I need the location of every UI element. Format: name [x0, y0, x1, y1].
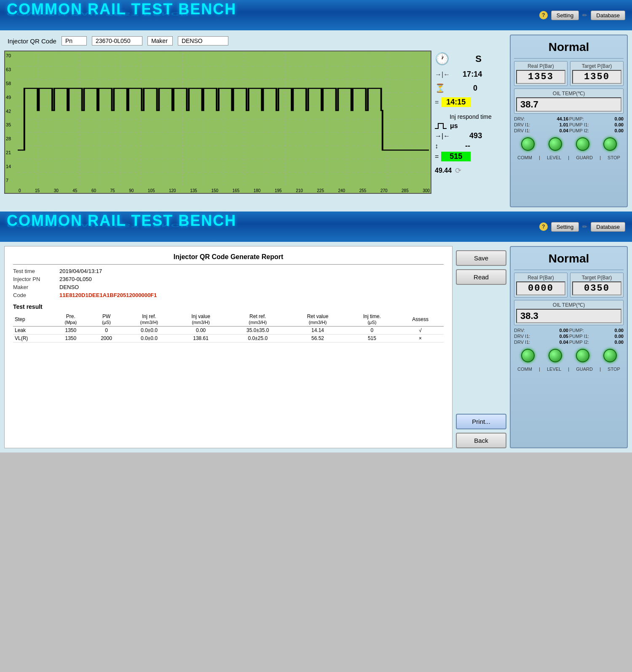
oil-temp-value-top: 38.7 [516, 97, 621, 112]
oil-temp-box-top: OIL TEMP(℃) 38.7 [514, 88, 624, 114]
header-buttons-2: ? Setting ✏ Database [539, 222, 625, 232]
target-p-value-bottom: 0350 [572, 281, 621, 295]
header-buttons-1: ? Setting ✏ Database [539, 11, 625, 20]
drv-grid-top: DRV: 44.16 PUMP: 0.00 DRV I1: 1.01 PUMP … [514, 116, 624, 133]
pump-i1-label-top: PUMP I1: [569, 122, 589, 127]
timing-count: 0 [448, 84, 477, 93]
maker-field-label: Maker [13, 284, 59, 290]
help-icon-1[interactable]: ? [539, 11, 548, 19]
indicator-row-bottom [514, 347, 624, 364]
th-pre: Pre. (Mpa) [52, 313, 89, 327]
drv-i2-value-top: 0.04 [560, 128, 568, 133]
setting-button-1[interactable]: Setting [551, 11, 579, 20]
setting-button-2[interactable]: Setting [551, 222, 579, 232]
real-p-label-bottom: Real P(Bar) [516, 275, 565, 281]
back-button[interactable]: Back [456, 433, 506, 448]
pump-i2-label-top: PUMP I2: [569, 128, 589, 133]
timing-unit-row: 🕐 S [435, 52, 506, 66]
real-p-value-top: 1353 [516, 70, 565, 84]
level-label-top: LEVEL [547, 155, 561, 160]
top-main-panel: Injector QR Code Pn 23670-0L050 Maker DE… [0, 30, 632, 212]
timing-section: 🕐 S →|← 17:14 ⏳ 0 = 14:15 Inj respond ti… [435, 51, 506, 207]
drv-i1-value-top: 1.01 [560, 122, 568, 127]
result-table-header-row: Step Pre. (Mpa) PW (μS) Inj ref. (mm3/H) [13, 313, 444, 327]
sep2: | [568, 155, 569, 160]
print-button[interactable]: Print... [456, 414, 506, 429]
code-label: Code [13, 292, 59, 298]
pressure-row-bottom: Real P(Bar) 0000 Target P(Bar) 0350 [514, 273, 624, 297]
arrow-icon-2: →|← [435, 132, 450, 140]
test-time-field: Test time 2019/04/04/13:17 [13, 268, 444, 274]
divider-1 [514, 58, 624, 59]
report-section: Injector QR Code Generate Report Test ti… [4, 246, 453, 448]
sep1: | [539, 155, 540, 160]
top-header: COMMON RAIL TEST BENCH COMMON RAIL TEST … [0, 0, 632, 30]
pump-row-top: PUMP: 0.00 [569, 116, 624, 121]
drv-value-bottom: 0.00 [560, 328, 568, 333]
pump-i2-value-bottom: 0.00 [615, 340, 624, 345]
result-table: Step Pre. (Mpa) PW (μS) Inj ref. (mm3/H) [13, 313, 444, 343]
inj-row-diagram: μs [435, 122, 506, 130]
real-p-value-bottom: 0000 [516, 281, 565, 295]
oscilloscope-chart: 70 63 58 49 42 35 28 21 14 7 [4, 51, 431, 194]
maker-field: Maker DENSO [13, 284, 444, 290]
comm-label-top: COMM [517, 155, 532, 160]
inj-respond-title: Inj respond time [435, 113, 506, 120]
pump-i1-row-bottom: PUMP I1: 0.00 [569, 334, 624, 339]
down-arrow-icon: ↕ [435, 142, 438, 150]
guard-light-top [576, 137, 589, 151]
th-inj-time: Inj time. (μS) [347, 313, 397, 327]
drv-label-bottom: DRV: [514, 328, 525, 333]
guard-label-bottom: GUARD [576, 367, 593, 372]
th-ret-value: Ret value (mm3/H) [288, 313, 347, 327]
bottom-value: 49.44 [435, 167, 452, 174]
pump-i1-label-bottom: PUMP I1: [569, 334, 589, 339]
drv-row-top: DRV: 44.16 [514, 116, 568, 121]
th-assess: Assess [397, 313, 444, 327]
status-panel-bottom: Normal Real P(Bar) 0000 Target P(Bar) 03… [510, 246, 628, 448]
database-button-2[interactable]: Database [591, 222, 625, 232]
drv-i1-row-bottom: DRV I1: 0.05 [514, 334, 568, 339]
pn-label: Pn [62, 36, 87, 46]
inj-dash: -- [441, 142, 470, 150]
timing-time2: 14:15 [441, 97, 471, 107]
table-row: Leak135000.0±0.00.0035.0±35.014.140√ [13, 327, 444, 335]
result-table-head: Step Pre. (Mpa) PW (μS) Inj ref. (mm3/H) [13, 313, 444, 327]
drv-value-top: 44.16 [557, 116, 568, 121]
stop-light-top [603, 137, 617, 151]
inj-row-dash: ↕ -- [435, 142, 506, 150]
guard-light-bottom [576, 349, 589, 362]
pencil-icon-1: ✏ [582, 12, 587, 19]
code-field: Code 11E8120D1DEE1A1BF20512000000F1 [13, 292, 444, 298]
read-button[interactable]: Read [456, 269, 506, 285]
hourglass-icon: ⏳ [435, 83, 445, 93]
drv-i1-label-top: DRV I1: [514, 122, 530, 127]
equals-icon: = [435, 99, 439, 106]
clock-icon: 🕐 [435, 52, 450, 66]
database-button-1[interactable]: Database [591, 11, 625, 20]
sep4: | [539, 367, 540, 372]
save-button[interactable]: Save [456, 250, 506, 266]
indicator-labels-top: COMM | LEVEL | GUARD | STOP [514, 155, 624, 160]
pump-value-bottom: 0.00 [615, 328, 624, 333]
oil-temp-label-bottom: OIL TEMP(℃) [516, 302, 621, 308]
arrow-icon-1: →|← [435, 71, 450, 78]
sep6: | [600, 367, 601, 372]
test-time-value: 2019/04/04/13:17 [59, 268, 102, 274]
equals-icon-2: = [435, 153, 439, 161]
real-p-box-bottom: Real P(Bar) 0000 [514, 273, 568, 297]
drv-i2-row-top: DRV I1: 0.04 [514, 128, 568, 133]
drv-i1-row-top: DRV I1: 1.01 [514, 122, 568, 127]
inj-unit: μs [450, 122, 458, 130]
header2-title-block: COMMON RAIL TEST BENCH COMMON RAIL TEST … [7, 212, 236, 241]
code-value: 11E8120D1DEE1A1BF20512000000F1 [59, 292, 157, 298]
timing-row-2: ⏳ 0 [435, 83, 506, 93]
help-icon-2[interactable]: ? [539, 222, 548, 231]
indicator-row-top [514, 136, 624, 153]
indicator-labels-bottom: COMM | LEVEL | GUARD | STOP [514, 367, 624, 372]
maker-field-value: DENSO [59, 284, 79, 290]
injector-qr-label: Injector QR Code [8, 37, 56, 45]
level-light-top [549, 137, 562, 151]
th-inj-ref: Inj ref. (mm3/H) [124, 313, 174, 327]
stop-label-top: STOP [608, 155, 620, 160]
